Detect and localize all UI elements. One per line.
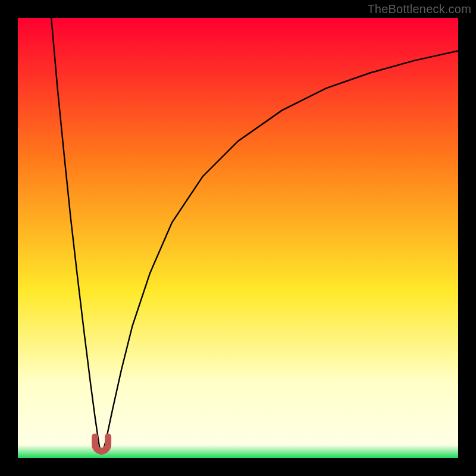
watermark-text: TheBottleneck.com (367, 2, 471, 16)
bottleneck-chart (18, 18, 458, 458)
gradient-background (18, 18, 458, 458)
chart-frame: TheBottleneck.com (0, 0, 476, 476)
plot-area (18, 18, 458, 458)
